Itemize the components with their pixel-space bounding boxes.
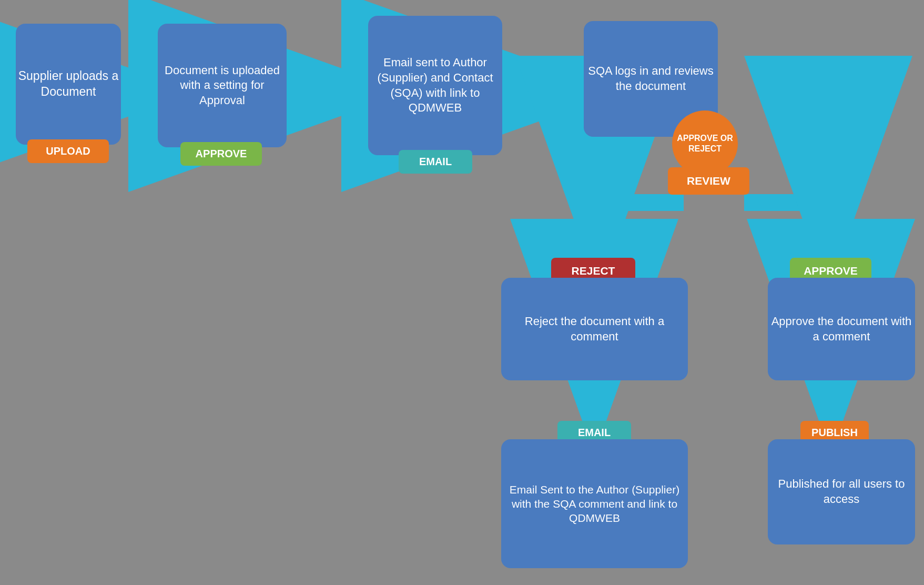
upload-badge: UPLOAD [27,139,109,163]
review-badge: REVIEW [668,167,749,195]
publish-box: Published for all users to access [768,439,915,544]
supplier-box: Supplier uploads a Document [16,24,121,145]
approve-badge-1: APPROVE [180,142,262,166]
email2-box: Email Sent to the Author (Supplier) with… [501,439,688,568]
approve-box: Approve the document with a comment [768,278,915,380]
flow-diagram: Supplier uploads a Document UPLOAD Docum… [0,0,924,585]
document-box: Document is uploaded with a setting for … [158,24,287,147]
reject-box: Reject the document with a comment [501,278,688,380]
email-badge-1: EMAIL [399,150,472,174]
approve-reject-circle: APPROVE OR REJECT [672,110,738,176]
email1-box: Email sent to Author (Supplier) and Cont… [368,16,502,155]
